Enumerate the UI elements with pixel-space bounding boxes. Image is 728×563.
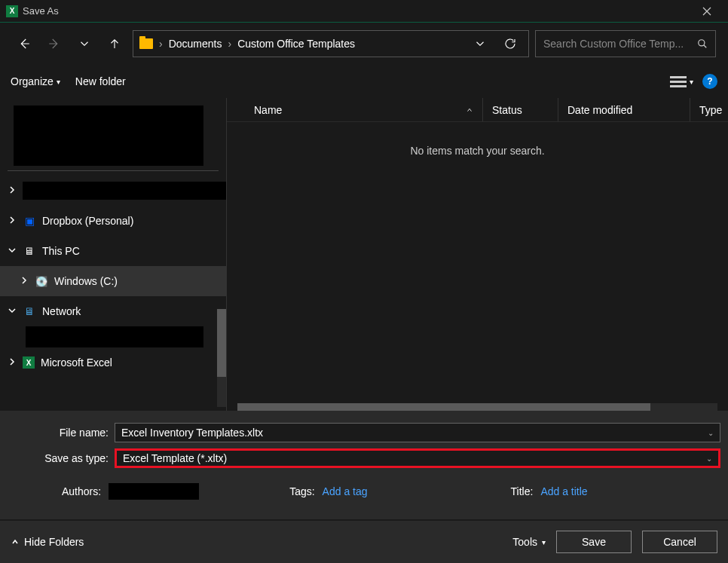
authors-value[interactable] bbox=[109, 483, 199, 500]
svg-point-0 bbox=[699, 40, 705, 46]
file-name-value: Excel Inventory Templates.xltx bbox=[121, 427, 263, 439]
save-type-value: Excel Template (*.xltx) bbox=[123, 452, 227, 464]
chevron-right-icon: › bbox=[159, 38, 163, 50]
tools-button[interactable]: Tools ▾ bbox=[512, 536, 546, 548]
chevron-right-icon[interactable] bbox=[8, 185, 17, 197]
chevron-down-icon: ▾ bbox=[542, 538, 546, 546]
view-mode-button[interactable]: ▾ bbox=[670, 74, 693, 89]
tree-item-dropbox[interactable]: Dropbox (Personal) bbox=[0, 206, 226, 236]
list-view-icon bbox=[670, 74, 687, 89]
title-label: Title: bbox=[511, 485, 534, 497]
folder-tree: Dropbox (Personal) This PC Windows (C:) … bbox=[0, 98, 226, 411]
hide-folders-button[interactable]: Hide Folders bbox=[11, 536, 84, 548]
sort-caret-icon bbox=[466, 104, 473, 116]
close-button[interactable] bbox=[692, 0, 722, 23]
recent-locations-button[interactable] bbox=[72, 32, 96, 56]
pc-icon bbox=[23, 245, 36, 257]
address-bar[interactable]: › Documents › Custom Office Templates bbox=[133, 30, 529, 57]
organize-button[interactable]: Organize ▾ bbox=[11, 75, 60, 87]
chevron-up-icon bbox=[11, 537, 20, 546]
redacted-item bbox=[26, 326, 203, 347]
chevron-down-icon[interactable]: ⌄ bbox=[708, 429, 714, 437]
column-header-type[interactable]: Type bbox=[690, 98, 728, 121]
horizontal-scrollbar-thumb[interactable] bbox=[237, 403, 650, 411]
chevron-right-icon: › bbox=[228, 38, 231, 50]
forward-button[interactable] bbox=[42, 32, 66, 56]
file-name-label: File name: bbox=[8, 427, 115, 439]
title-input[interactable]: Add a title bbox=[540, 485, 587, 497]
drive-icon bbox=[35, 275, 48, 287]
tree-label: Dropbox (Personal) bbox=[42, 215, 133, 227]
search-box[interactable] bbox=[535, 30, 716, 57]
cancel-button[interactable]: Cancel bbox=[642, 531, 717, 553]
tree-item-this-pc[interactable]: This PC bbox=[0, 236, 226, 266]
folder-icon bbox=[139, 38, 153, 49]
tree-item-windows-c[interactable]: Windows (C:) bbox=[0, 266, 226, 296]
column-header-modified[interactable]: Date modified bbox=[558, 98, 690, 121]
tags-input[interactable]: Add a tag bbox=[323, 485, 368, 497]
chevron-down-icon[interactable]: ⌄ bbox=[706, 454, 712, 463]
back-button[interactable] bbox=[12, 32, 36, 56]
tree-item-network[interactable]: Network bbox=[0, 296, 226, 326]
refresh-button[interactable] bbox=[498, 32, 522, 56]
chevron-right-icon[interactable] bbox=[8, 356, 17, 369]
breadcrumb-documents[interactable]: Documents bbox=[169, 38, 222, 50]
up-button[interactable] bbox=[102, 32, 127, 56]
tree-label: Microsoft Excel bbox=[41, 356, 112, 369]
save-type-label: Save as type: bbox=[8, 452, 115, 464]
tree-label: This PC bbox=[42, 245, 80, 257]
file-list-panel: Name Status Date modified Type No items … bbox=[226, 98, 728, 411]
excel-app-icon bbox=[6, 5, 18, 17]
search-input[interactable] bbox=[543, 38, 697, 50]
chevron-down-icon: ▾ bbox=[57, 78, 60, 86]
redacted-item bbox=[14, 106, 203, 166]
tree-item-excel[interactable]: Microsoft Excel bbox=[0, 347, 226, 378]
network-icon bbox=[23, 305, 36, 317]
authors-label: Authors: bbox=[62, 485, 101, 497]
empty-state-message: No items match your search. bbox=[227, 145, 728, 157]
chevron-right-icon[interactable] bbox=[20, 275, 29, 287]
column-header-status[interactable]: Status bbox=[483, 98, 558, 121]
save-type-field[interactable]: Excel Template (*.xltx) ⌄ bbox=[115, 448, 720, 468]
file-name-field[interactable]: Excel Inventory Templates.xltx ⌄ bbox=[115, 423, 720, 442]
save-button[interactable]: Save bbox=[556, 531, 632, 553]
chevron-down-icon[interactable] bbox=[8, 305, 17, 317]
chevron-down-icon: ▾ bbox=[690, 78, 693, 86]
dropbox-icon bbox=[23, 215, 36, 227]
new-folder-button[interactable]: New folder bbox=[75, 75, 126, 87]
sidebar-scrollbar-thumb[interactable] bbox=[217, 309, 226, 377]
address-dropdown-button[interactable] bbox=[468, 32, 492, 56]
chevron-right-icon[interactable] bbox=[8, 215, 17, 227]
search-icon bbox=[697, 38, 708, 49]
tree-label: Network bbox=[42, 305, 81, 317]
tree-label: Windows (C:) bbox=[54, 275, 118, 287]
tree-item-redacted[interactable] bbox=[0, 176, 226, 206]
chevron-down-icon[interactable] bbox=[8, 245, 17, 257]
column-header-name[interactable]: Name bbox=[227, 98, 483, 121]
excel-icon bbox=[23, 356, 35, 369]
window-title: Save As bbox=[23, 5, 59, 17]
tags-label: Tags: bbox=[289, 485, 314, 497]
help-button[interactable]: ? bbox=[702, 74, 717, 89]
horizontal-scrollbar[interactable] bbox=[237, 403, 717, 411]
breadcrumb-custom-templates[interactable]: Custom Office Templates bbox=[237, 38, 355, 50]
